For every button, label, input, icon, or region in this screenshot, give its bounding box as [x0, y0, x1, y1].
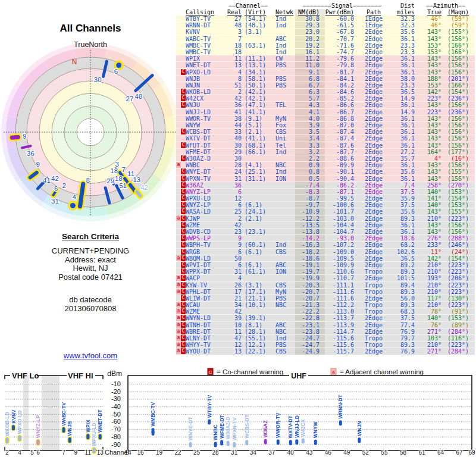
signal-bar — [264, 439, 267, 445]
table-row: WWOR-TV38(9.1)MyN4.0-86.82Edge36.1143°(1… — [176, 115, 475, 122]
co-channel-warning-badge: C — [181, 342, 186, 348]
co-channel-warning-badge: C — [181, 102, 186, 108]
callsign-cell: WRGB — [186, 249, 225, 255]
signal-bar — [37, 440, 40, 445]
table-row: CWNYE-DT24(25.1)Ind0.8-90.12Edge35.6143°… — [176, 168, 475, 175]
callsign-cell: W30AZ-D — [186, 155, 225, 161]
radar-channel-label: 36 — [27, 150, 35, 157]
adjacent-warning-badge: a — [176, 342, 181, 348]
callsign-cell: WYOU-DT — [186, 348, 225, 354]
adjacent-warning-badge: a — [176, 302, 181, 308]
table-row: CWNYZ-LP6-8.3-87.12Edge37.5140°(153°) — [176, 189, 475, 195]
adjacent-legend-text: = Adjacent channel warning — [340, 368, 424, 375]
callsign-cell: WNYN-LD — [186, 315, 225, 321]
tvfool-home-link[interactable]: www.tvfool.com — [64, 351, 117, 360]
co-channel-warning-badge: C — [181, 222, 186, 228]
adjacent-warning-badge: a — [176, 308, 181, 314]
callsign-cell: WPXN-TV — [186, 176, 225, 181]
svg-text:7: 7 — [62, 449, 65, 456]
svg-text:4: 4 — [18, 449, 21, 456]
svg-text:-10: -10 — [111, 380, 121, 387]
chart-callsign-label: WNBC — [212, 424, 218, 440]
svg-text:22: 22 — [175, 449, 182, 456]
chart-callsign-label: WRNN-DT — [337, 394, 343, 418]
svg-text:-60: -60 — [111, 418, 121, 425]
table-row: CWFUT-DT30(68.1)Tel3.3-87.62Edge36.1143°… — [176, 142, 475, 149]
svg-text:34: 34 — [250, 449, 257, 456]
radar-channel-label: 6 — [114, 68, 118, 75]
callsign-cell: WPXO-LD — [186, 69, 225, 75]
callsign-cell: WBQM-LD — [186, 255, 225, 261]
svg-text:46: 46 — [325, 449, 332, 456]
callsign-cell: WZME — [186, 308, 225, 314]
table-row: CWASA-LD25(24.1)-10.9-101.72Edge35.6143°… — [176, 208, 475, 215]
callsign-cell: WTBY-TV — [186, 15, 225, 21]
callsign-cell: WDVB-CD — [186, 228, 225, 234]
tvfool-report-page: { "radar": { "title": "All Channels", "t… — [0, 0, 476, 457]
search-address-type: Address: exact — [0, 256, 181, 265]
signal-bar — [339, 420, 342, 425]
table-row: aCWZME42-22.2-113.0Tropo68.378°(91°) — [176, 308, 475, 315]
callsign-cell: WASA-LD — [186, 208, 225, 214]
radar-channel-label: 31 — [51, 198, 59, 205]
co-channel-warning-badge: C — [181, 308, 186, 314]
signal-bar — [189, 442, 192, 447]
signal-bar — [68, 437, 71, 443]
adjacent-warning-badge: a — [176, 322, 181, 328]
callsign-cell: WFME-DT — [186, 149, 225, 155]
db-datecode: db datecode 201306070808 — [0, 296, 181, 313]
signal-bar — [18, 436, 21, 441]
callsign-cell: KYW-TV — [186, 282, 225, 288]
chart-callsign-label: W36AZ — [262, 420, 268, 437]
radar-channel-label: 18 — [115, 175, 123, 182]
svg-text:-30: -30 — [111, 395, 121, 402]
callsign-cell: WNYW — [186, 122, 225, 128]
svg-text:19: 19 — [156, 449, 163, 456]
table-row: WNYW44(5.1)Fox3.9-87.02Edge36.1143°(156°… — [176, 122, 475, 129]
table-row: aCKYW-TV26(3.1)CBS-20.3-111.1Tropo89.421… — [176, 282, 475, 289]
callsign-cell: WMBC-TV — [186, 42, 225, 48]
callsign-cell: WNJU — [186, 102, 225, 108]
radar-channel-label: 9 — [23, 133, 26, 140]
table-header-groups: ==Channel==========Signal========Dist==A… — [176, 2, 475, 9]
search-mode: CURRENT+PENDING — [0, 247, 181, 256]
magnetic-north-label: N — [72, 58, 77, 66]
co-channel-warning-badge: C — [181, 142, 186, 148]
table-row: WTBY-TV27(54.1)Ind30.8-60.01Edge32.346°(… — [176, 15, 475, 22]
channel-axis-label: Channel — [105, 449, 129, 456]
radar-channel-label: 29 — [107, 177, 114, 184]
table-row: CWPVI-DT6(6.1)ABC-19.1-109.92Edge89.2210… — [176, 262, 475, 268]
true-north-label: TrueNorth — [74, 40, 107, 49]
callsign-cell: WNYE-DT — [186, 168, 225, 174]
table-row: CWKOB-LD2(42.1)6.3-84.62Edge36.5142°(154… — [176, 89, 475, 95]
signal-bar — [99, 434, 102, 440]
svg-text:6: 6 — [36, 449, 40, 456]
table-row: CWNYZ-LP6(6.1)-9.7-100.62Edge37.5140°(15… — [176, 202, 475, 208]
table-row: CW42CX42(42.1)5.7-85.22Edge14.9223°(236°… — [176, 95, 475, 102]
callsign-cell: WNYZ-LP — [186, 202, 225, 208]
chart-callsign-label: WNYZ-LP — [35, 415, 41, 438]
chart-callsign-label: WNYW — [312, 421, 318, 438]
signal-table: ==Channel==========Signal========Dist==A… — [176, 2, 475, 355]
table-row: aCWBRE-DT11(28.1)NBC-23.8-114.72Edge76.9… — [176, 328, 475, 335]
table-row: WNJN51(50.1)PBS6.7-84.22Edge23.3153°(166… — [176, 82, 475, 89]
radar-channel-label: 8 — [86, 177, 89, 184]
svg-text:16: 16 — [137, 449, 144, 456]
chart-callsign-label: WPXN-TV — [231, 417, 237, 441]
callsign-cell: WFUT-DT — [186, 142, 225, 148]
radar-channel-label: 27 — [126, 95, 134, 102]
table-row: aCWTNH-DT10(8.1)ABC-23.1-113.92Edge77.47… — [176, 322, 475, 328]
callsign-cell: W42CX — [186, 95, 225, 101]
uhf-title: UHF — [291, 372, 306, 380]
svg-text:2: 2 — [5, 449, 9, 456]
chart-callsign-label: W42CX — [300, 419, 306, 437]
chart-callsign-label: WNYE-DT — [187, 417, 193, 440]
callsign-cell: WMBC-TV — [186, 49, 225, 55]
table-row: aCWHYY-TV12(12.1)PBS-24.7-115.6Tropo89.3… — [176, 342, 475, 348]
radar-channel-label: 18 — [110, 167, 118, 174]
svg-text:-70: -70 — [111, 425, 121, 433]
chart-callsign-label: WNET-DT — [97, 409, 103, 433]
adjacent-warning-badge: a — [176, 282, 181, 288]
signal-bar — [289, 440, 292, 445]
table-row: WNJB8(58.1)PBS6.8-84.12Edge38.0188°(201°… — [176, 76, 475, 82]
